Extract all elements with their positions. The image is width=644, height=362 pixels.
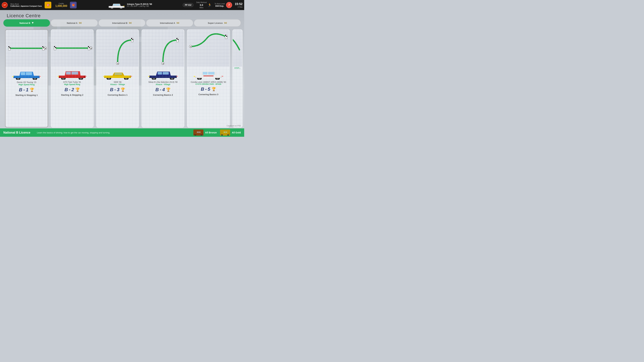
car-section: Integra Type R (DC2) '98 FF / 201 BHP / …	[79, 1, 180, 9]
tab-national-b[interactable]: National B	[3, 19, 50, 27]
svg-text:GT: GT	[4, 4, 6, 6]
workout-unit: Miles	[200, 7, 204, 8]
tab-super-licence[interactable]: Super Licence 🚧	[194, 19, 241, 27]
runner-icon: 🏃	[208, 3, 212, 7]
card-partial-track	[233, 30, 242, 66]
date-display: 2 Sep	[238, 6, 242, 8]
all-gold-section: All Gold	[220, 130, 241, 136]
next-level-info: To Next Level 334 Exp.	[214, 3, 225, 7]
time-display: 15:52	[235, 2, 242, 6]
all-bronze-section: All Bronze	[193, 130, 217, 136]
svg-rect-11	[116, 4, 120, 6]
cone-icon-4: 🚧	[224, 22, 227, 24]
bronze-car-svg	[193, 130, 204, 136]
bronze-car-icon	[193, 130, 204, 136]
tabs-container: National B National A 🚧 International B …	[3, 19, 241, 27]
arrow-icon	[32, 22, 34, 24]
tab-national-a[interactable]: National A 🚧	[51, 19, 98, 27]
credits-value: 1,000,000	[55, 4, 67, 7]
cone-icon-2: 🚧	[129, 22, 132, 24]
all-gold-label: All Gold	[232, 131, 241, 134]
gt-logo: GT	[2, 2, 8, 8]
next-level-label: To Next Level	[214, 3, 225, 5]
next-level-section: To Next Level 334 Exp. 7	[214, 2, 232, 8]
tab-international-a-label: International A	[160, 22, 175, 24]
car-name-header: Integra Type R (DC2) '98	[127, 3, 152, 5]
car-image	[107, 1, 126, 9]
top-bar: GT Menu Book Collection: Japanese Compac…	[0, 0, 244, 10]
gift-icon[interactable]: 🎁	[70, 2, 77, 8]
pp-badge: PP 412	[183, 3, 194, 7]
main-content: Licence Centre National B National A 🚧 I…	[0, 10, 244, 137]
tab-national-b-label: National B	[20, 22, 30, 24]
cards-container: ◀ Demio XD T	[5, 29, 242, 128]
time-section: 15:52 2 Sep	[235, 2, 242, 8]
gold-car-svg	[220, 130, 230, 136]
level-circle: 7	[226, 2, 232, 8]
daily-workout-section: Daily Workout 0.0 Miles 🏃	[196, 1, 212, 8]
menu-collection: Menu Book Collection: Japanese Compact C…	[10, 3, 42, 7]
car-specs: FF / 201 BHP / 1,080 kg / NA	[127, 5, 152, 7]
collection-name: Collection: Japanese Compact Cars	[10, 5, 42, 7]
card-partial[interactable]: KYOT...	[232, 29, 242, 128]
tab-international-b-label: International B	[112, 22, 128, 24]
cone-icon-3: 🚧	[176, 22, 179, 24]
grid-bg-partial	[233, 30, 242, 66]
svg-text:🎯: 🎯	[46, 4, 50, 6]
car-info: Integra Type R (DC2) '98 FF / 201 BHP / …	[127, 3, 152, 7]
svg-rect-129	[197, 132, 199, 133]
page-title: Licence Centre	[7, 13, 40, 18]
cone-icon-1: 🚧	[79, 22, 82, 24]
credits-label: Credits	[58, 3, 64, 4]
bottom-licence-title: National B Licence	[3, 131, 34, 134]
svg-text:🎁: 🎁	[72, 4, 75, 6]
bottom-bar: National B Licence Learn the basics of d…	[0, 128, 244, 137]
tab-national-a-label: National A	[67, 22, 78, 24]
all-bronze-label: All Bronze	[205, 131, 217, 134]
svg-rect-134	[226, 132, 227, 133]
tab-international-b[interactable]: International B 🚧	[98, 19, 146, 27]
gold-car-icon	[220, 130, 230, 136]
workout-label: Daily Workout	[196, 1, 206, 3]
workout-info: Daily Workout 0.0 Miles	[196, 1, 206, 8]
svg-rect-130	[199, 132, 200, 133]
svg-rect-10	[113, 4, 116, 6]
svg-rect-12	[124, 6, 124, 6]
credits-section: Credits 1,000,000	[55, 3, 67, 7]
svg-rect-133	[224, 132, 226, 133]
reward-icon[interactable]: 🎯	[44, 2, 51, 8]
workout-value: 0.0	[200, 4, 203, 6]
tab-super-licence-label: Super Licence	[208, 22, 223, 24]
menu-book-label: Menu Book	[10, 3, 42, 5]
tab-international-a[interactable]: International A 🚧	[146, 19, 193, 27]
bottom-description: Learn the basics of driving: how to get …	[37, 131, 190, 134]
captured-text: Captured on PS5	[227, 125, 241, 127]
next-level-exp: 334 Exp.	[215, 5, 224, 7]
svg-marker-39	[32, 22, 34, 24]
